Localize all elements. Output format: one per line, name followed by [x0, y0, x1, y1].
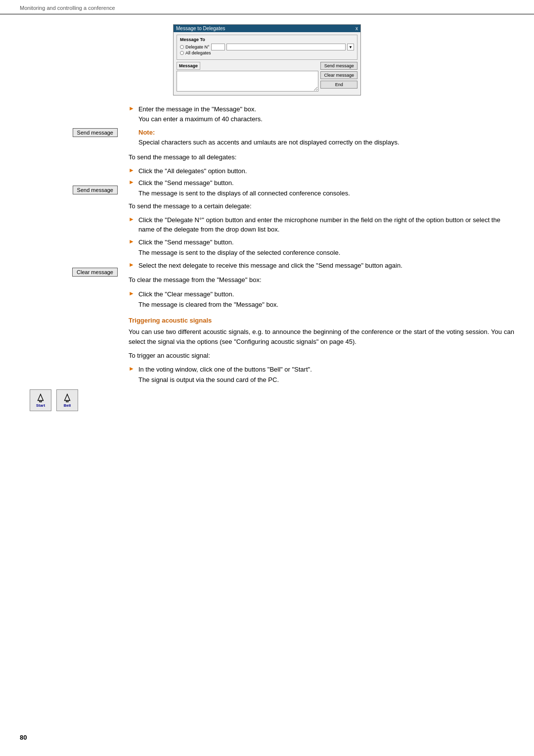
bell-icon-label: Bell	[64, 403, 71, 408]
acoustic-para: You can use two different acoustic signa…	[129, 327, 514, 347]
send-delegate-intro: To send the message to a certain delegat…	[129, 201, 514, 211]
dialog-radio-row: Delegate N° ▼ All delegates	[180, 44, 354, 55]
dialog-end-button[interactable]: End	[320, 81, 357, 89]
bullet-arrow-3: ►	[129, 179, 134, 188]
dialog-radio-delegate: Delegate N° ▼	[180, 44, 354, 50]
delegate-number-input[interactable]	[211, 44, 225, 50]
dialog-message-textarea[interactable]	[177, 71, 318, 92]
send-delegate-step2-text: Click the "Send message" button.	[138, 237, 514, 247]
send-delegate-step1-item: ► Click the "Delegate N°" option button …	[129, 215, 514, 235]
dialog-close-button[interactable]: x	[356, 26, 358, 31]
start-icon-button[interactable]: Start	[30, 389, 51, 411]
page-number: 80	[20, 734, 27, 741]
sidebar-clear-message-button[interactable]: Clear message	[72, 268, 118, 277]
send-all-step1-text: Click the "All delegates" option button.	[138, 166, 514, 176]
sidebar-send-message-button-2[interactable]: Send message	[73, 186, 118, 194]
dialog-box: Message to Delegates x Message To Delega…	[173, 24, 361, 95]
sidebar-col: Send message Send message Clear message …	[20, 104, 124, 411]
bullet-arrow-8: ►	[129, 365, 134, 375]
delegate-radio[interactable]	[180, 45, 184, 49]
send-all-step2-item: ► Click the "Send message" button.	[129, 178, 514, 188]
send-delegate-step3-item: ► Select the next delegate to receive th…	[129, 261, 514, 271]
dialog-message-to-section: Message To Delegate N° ▼ All delegates	[177, 35, 357, 60]
clear-step1-sub: The message is cleared from the "Message…	[138, 300, 514, 310]
dialog-titlebar: Message to Delegates x	[174, 25, 360, 32]
dialog-radio-all: All delegates	[180, 50, 354, 55]
send-delegate-step3-text: Select the next delegate to receive this…	[138, 261, 514, 271]
acoustic-step1-text: In the voting window, click one of the b…	[138, 365, 514, 375]
sidebar-send-message-2-wrapper: Send message	[20, 186, 124, 194]
send-all-intro: To send the message to all delegates:	[129, 152, 514, 162]
bullet-arrow-6: ►	[129, 261, 134, 271]
intro-bullet: ► Enter the message in the "Message" box…	[129, 104, 514, 124]
acoustic-step1-sub: The signal is output via the sound card …	[138, 375, 514, 385]
clear-intro: To clear the message from the "Message" …	[129, 275, 514, 285]
sidebar-icon-row: Start Bell	[20, 389, 124, 411]
all-delegates-radio[interactable]	[180, 51, 184, 55]
bullet-arrow-2: ►	[129, 167, 134, 176]
acoustic-heading: Triggering acoustic signals	[129, 317, 514, 324]
intro-bullet-text: Enter the message in the "Message" box. …	[138, 104, 514, 124]
content-area: Send message Send message Clear message …	[20, 104, 514, 411]
dialog-send-button[interactable]: Send message	[320, 62, 357, 70]
header-title: Monitoring and controlling a conference	[20, 5, 115, 11]
acoustic-step1-item: ► In the voting window, click one of the…	[129, 365, 514, 375]
page-header: Monitoring and controlling a conference	[0, 0, 534, 14]
send-all-step1-item: ► Click the "All delegates" option butto…	[129, 166, 514, 176]
bullet-arrow-4: ►	[129, 216, 134, 235]
svg-marker-3	[65, 394, 70, 400]
note-label: Note:	[138, 129, 514, 136]
start-icon-label: Start	[36, 403, 45, 408]
dialog-message-section-label: Message	[177, 62, 200, 70]
start-bell-icon	[35, 393, 46, 403]
send-delegate-step2-item: ► Click the "Send message" button.	[129, 237, 514, 247]
sidebar-clear-message-wrapper: Clear message	[20, 268, 124, 277]
dialog-message-area: Message	[177, 62, 318, 93]
acoustic-trigger-intro: To trigger an acoustic signal:	[129, 351, 514, 361]
note-block: Note: Special characters such as accents…	[129, 129, 514, 147]
svg-marker-0	[38, 394, 44, 400]
note-text: Special characters such as accents and u…	[138, 138, 514, 147]
clear-step1-text: Click the "Clear message" button.	[138, 289, 514, 299]
clear-step1-item: ► Click the "Clear message" button.	[129, 289, 514, 299]
dialog-screenshot-area: Message to Delegates x Message To Delega…	[20, 24, 514, 95]
send-delegate-step2-sub: The message is sent to the display of th…	[138, 248, 514, 258]
send-delegate-step1-text: Click the "Delegate N°" option button an…	[138, 215, 514, 235]
dialog-message-to-label: Message To	[180, 37, 354, 42]
bell-icon	[61, 393, 73, 403]
bullet-arrow-1: ►	[129, 105, 134, 124]
sidebar-send-message-button-1[interactable]: Send message	[73, 128, 118, 137]
dialog-clear-button[interactable]: Clear message	[320, 71, 357, 79]
dialog-title: Message to Delegates	[176, 26, 225, 31]
bell-icon-button[interactable]: Bell	[56, 389, 78, 411]
delegate-name-input[interactable]	[226, 44, 346, 50]
send-all-step2-text: Click the "Send message" button.	[138, 178, 514, 188]
send-all-step2-sub: The message is sent to the displays of a…	[138, 189, 514, 198]
dialog-lower: Message Send message Clear message End	[177, 62, 357, 93]
sidebar-send-message-1-wrapper: Send message	[20, 128, 124, 137]
text-col: ► Enter the message in the "Message" box…	[124, 104, 514, 411]
bullet-arrow-7: ►	[129, 290, 134, 299]
delegate-dropdown[interactable]: ▼	[347, 44, 354, 50]
dialog-buttons: Send message Clear message End	[320, 62, 357, 89]
bullet-arrow-5: ►	[129, 238, 134, 247]
